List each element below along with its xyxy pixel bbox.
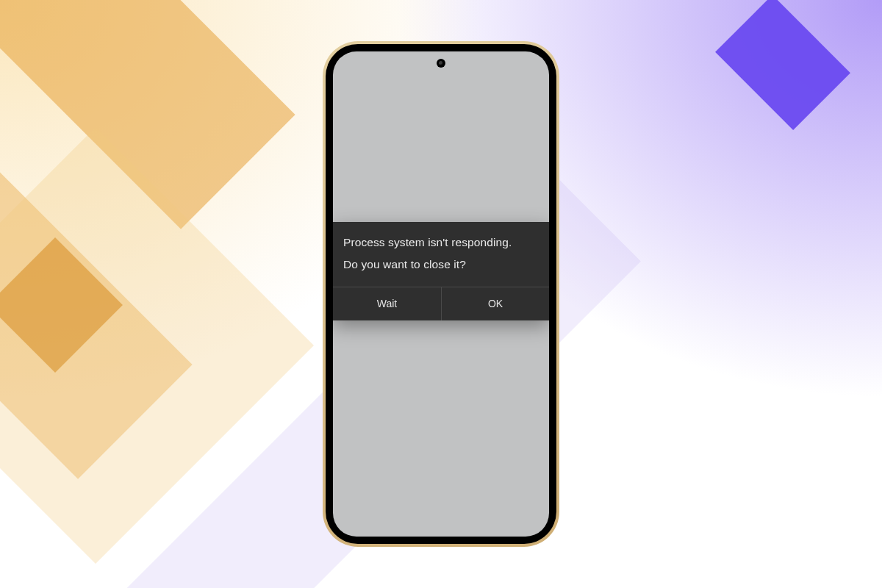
dialog-body: Process system isn't responding. Do you …: [333, 222, 549, 287]
camera-punch-hole-icon: [437, 59, 445, 68]
dialog-message: Do you want to close it?: [343, 256, 539, 273]
phone-screen: Process system isn't responding. Do you …: [333, 51, 549, 537]
phone-mockup: Process system isn't responding. Do you …: [323, 41, 559, 547]
anr-dialog: Process system isn't responding. Do you …: [333, 222, 549, 320]
wait-button[interactable]: Wait: [333, 287, 441, 320]
dialog-title: Process system isn't responding.: [343, 234, 539, 251]
dialog-button-row: Wait OK: [333, 287, 549, 320]
ok-button[interactable]: OK: [441, 287, 549, 320]
